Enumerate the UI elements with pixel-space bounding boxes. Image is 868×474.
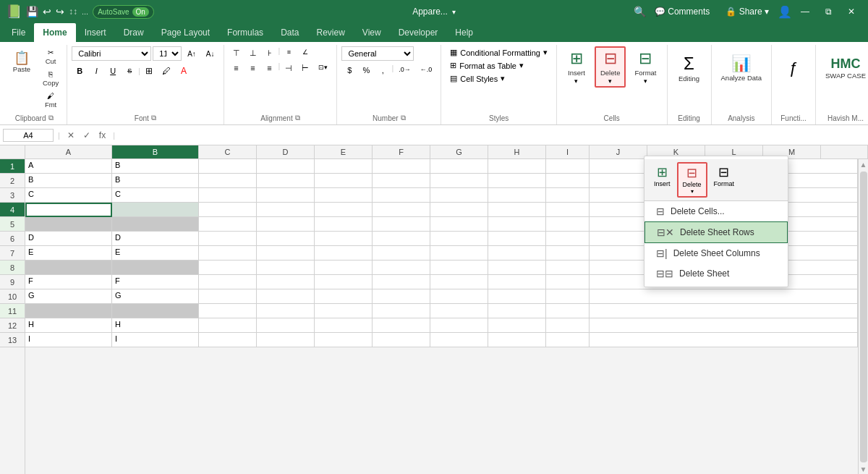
cell-E1[interactable]	[315, 159, 373, 174]
cell-C9[interactable]	[199, 275, 257, 289]
cell-A4[interactable]	[25, 203, 112, 217]
row-num-1[interactable]: 1	[0, 159, 25, 174]
cell-H6[interactable]	[488, 232, 546, 246]
cell-H12[interactable]	[488, 318, 546, 333]
more-quick-access[interactable]: ...	[82, 7, 88, 16]
col-header-E[interactable]: E	[315, 145, 373, 158]
insert-function-btn[interactable]: fx	[96, 129, 109, 142]
cell-B11[interactable]	[112, 304, 199, 318]
cell-I8[interactable]	[546, 261, 590, 275]
row-num-7[interactable]: 7	[0, 246, 25, 261]
decrease-indent-btn[interactable]: ⊣	[281, 62, 297, 75]
tab-draw[interactable]: Draw	[115, 23, 153, 42]
cell-E3[interactable]	[315, 188, 373, 203]
cell-A5[interactable]	[25, 217, 112, 232]
tab-data[interactable]: Data	[272, 23, 307, 42]
cell-A2[interactable]: B	[25, 174, 112, 188]
cell-D3[interactable]	[257, 188, 315, 203]
tab-formulas[interactable]: Formulas	[218, 23, 272, 42]
tab-insert[interactable]: Insert	[76, 23, 115, 42]
row-num-13[interactable]: 13	[0, 333, 25, 347]
tab-home[interactable]: Home	[34, 23, 75, 42]
insert-cells-btn[interactable]: ⊞ Insert ▾	[561, 46, 592, 88]
cell-reference-input[interactable]	[3, 129, 54, 142]
undo-btn[interactable]: ↩	[43, 6, 51, 17]
cell-B5[interactable]	[112, 217, 199, 232]
align-center-btn[interactable]: ≡	[245, 62, 261, 75]
fill-color-btn[interactable]: 🖊	[158, 64, 175, 78]
cell-I1[interactable]	[546, 159, 590, 174]
analyze-data-btn[interactable]: 📊 Analyze Data	[716, 46, 767, 90]
cell-H3[interactable]	[488, 188, 546, 203]
delete-sheet-item[interactable]: ⊟⊟ Delete Sheet	[644, 263, 788, 284]
delete-sheet-rows-item[interactable]: ⊟✕ Delete Sheet Rows	[644, 221, 788, 243]
decrease-font-btn[interactable]: A↓	[202, 48, 219, 60]
col-header-H[interactable]: H	[488, 145, 546, 158]
cell-A12[interactable]: H	[25, 318, 112, 333]
cell-F11[interactable]	[373, 304, 430, 318]
row-num-8[interactable]: 8	[0, 261, 25, 275]
angle-text-btn[interactable]: ∠	[297, 46, 313, 60]
row-num-4[interactable]: 4	[0, 203, 25, 217]
number-expander[interactable]: ⧉	[401, 114, 406, 122]
cell-C8[interactable]	[199, 261, 257, 275]
cell-B4[interactable]	[112, 203, 199, 217]
cell-H1[interactable]	[488, 159, 546, 174]
cell-G2[interactable]	[430, 174, 488, 188]
cell-E6[interactable]	[315, 232, 373, 246]
font-color-btn[interactable]: A	[176, 64, 192, 78]
cell-G5[interactable]	[430, 217, 488, 232]
italic-btn[interactable]: I	[88, 64, 104, 77]
cell-H8[interactable]	[488, 261, 546, 275]
cell-H13[interactable]	[488, 333, 546, 347]
minimize-btn[interactable]: —	[793, 4, 817, 20]
cell-B13[interactable]: I	[112, 333, 199, 347]
editing-btn[interactable]: Σ Editing	[672, 46, 707, 90]
cell-B12[interactable]: H	[112, 318, 199, 333]
close-btn[interactable]: ✕	[841, 4, 862, 20]
cell-D9[interactable]	[257, 275, 315, 289]
row-num-9[interactable]: 9	[0, 275, 25, 289]
cell-H10[interactable]	[488, 289, 546, 304]
cell-C11[interactable]	[199, 304, 257, 318]
cell-H5[interactable]	[488, 217, 546, 232]
cell-D8[interactable]	[257, 261, 315, 275]
cells-submenu-insert[interactable]: ⊞ Insert	[649, 162, 676, 198]
font-size-select[interactable]: 11	[153, 46, 182, 61]
cell-C13[interactable]	[199, 333, 257, 347]
increase-indent-btn[interactable]: ⊢	[297, 62, 313, 75]
cell-J11[interactable]	[590, 304, 858, 318]
cells-submenu-format[interactable]: ⊟ Format	[709, 162, 740, 198]
bold-btn[interactable]: B	[72, 64, 88, 77]
cell-F9[interactable]	[373, 275, 430, 289]
swap-case-btn[interactable]: HMC SWAP CASE	[820, 46, 868, 90]
col-header-F[interactable]: F	[373, 145, 430, 158]
cell-A8[interactable]	[25, 261, 112, 275]
col-header-J[interactable]: J	[590, 145, 647, 158]
cell-C12[interactable]	[199, 318, 257, 333]
cell-G8[interactable]	[430, 261, 488, 275]
cell-J10[interactable]	[590, 289, 858, 304]
format-cells-btn[interactable]: ⊟ Format ▾	[629, 46, 662, 88]
cell-F10[interactable]	[373, 289, 430, 304]
cell-C2[interactable]	[199, 174, 257, 188]
cell-H2[interactable]	[488, 174, 546, 188]
format-painter-btn[interactable]: 🖌Fmt	[39, 90, 62, 111]
delete-cells-item[interactable]: ⊟ Delete Cells...	[644, 201, 788, 221]
cell-A7[interactable]: E	[25, 246, 112, 261]
decrease-decimal-btn[interactable]: ←.0	[416, 64, 437, 77]
cell-G7[interactable]	[430, 246, 488, 261]
cell-G11[interactable]	[430, 304, 488, 318]
cell-I6[interactable]	[546, 232, 590, 246]
font-expander[interactable]: ⧉	[151, 114, 156, 122]
cell-E5[interactable]	[315, 217, 373, 232]
cell-styles-btn[interactable]: ▤ Cell Styles ▾	[446, 72, 509, 85]
cell-I7[interactable]	[546, 246, 590, 261]
cell-E11[interactable]	[315, 304, 373, 318]
cell-F7[interactable]	[373, 246, 430, 261]
cell-F5[interactable]	[373, 217, 430, 232]
cell-I11[interactable]	[546, 304, 590, 318]
cell-H4[interactable]	[488, 203, 546, 217]
row-num-10[interactable]: 10	[0, 289, 25, 304]
cell-D6[interactable]	[257, 232, 315, 246]
